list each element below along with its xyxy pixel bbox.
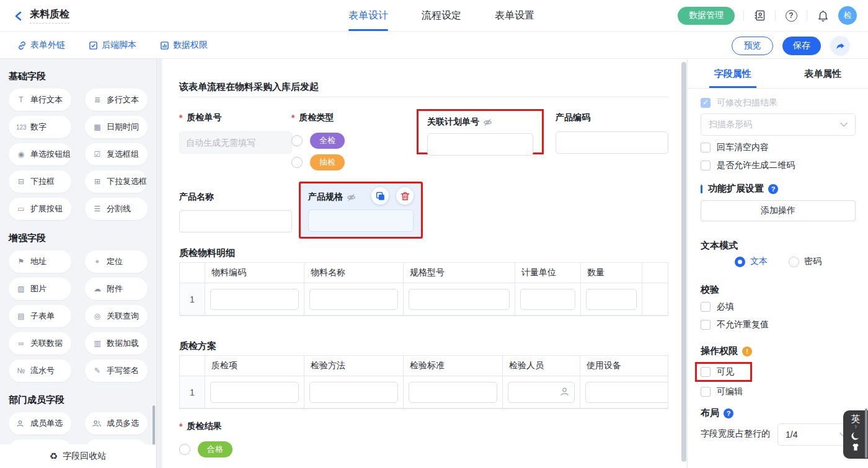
eye-off-icon[interactable] xyxy=(483,118,492,126)
allow-qr-checkbox[interactable] xyxy=(701,161,711,170)
field-item-dropdown[interactable]: ⊟下拉框 xyxy=(9,170,71,193)
field-item-member-single[interactable]: 成员单选 xyxy=(9,412,71,435)
table-cell xyxy=(304,376,404,408)
shirt-icon[interactable] xyxy=(851,443,861,451)
inspect-standard-input[interactable] xyxy=(409,382,497,403)
equipment-input[interactable] xyxy=(585,382,668,403)
help-icon[interactable]: ? xyxy=(784,9,798,22)
product-name-input[interactable] xyxy=(179,210,292,232)
field-qc-result[interactable]: *质检结果 合格 xyxy=(179,421,365,463)
field-item-subform[interactable]: ▤子表单 xyxy=(9,305,71,327)
copy-field-button[interactable] xyxy=(371,187,389,205)
visible-checkbox[interactable] xyxy=(701,367,711,377)
field-item-address[interactable]: ⚑地址 xyxy=(9,250,71,273)
field-item-single-line-text[interactable]: T单行文本 xyxy=(9,89,71,111)
option-badge-qualified[interactable]: 合格 xyxy=(198,441,232,457)
enter-clear-checkbox[interactable] xyxy=(701,143,711,152)
link-icon xyxy=(17,41,27,50)
canvas-scrollbar[interactable] xyxy=(681,62,686,462)
moon-icon[interactable] xyxy=(851,431,861,441)
tab-flow-setting[interactable]: 流程设定 xyxy=(422,0,461,31)
material-code-input[interactable] xyxy=(210,289,299,310)
save-button[interactable]: 保存 xyxy=(782,37,821,55)
plan-number-input[interactable] xyxy=(427,133,533,156)
chevron-left-icon[interactable] xyxy=(14,11,24,22)
product-code-input[interactable] xyxy=(556,131,668,154)
required-checkbox[interactable] xyxy=(701,302,711,312)
radio-full-inspection[interactable] xyxy=(291,135,303,146)
material-name-input[interactable] xyxy=(309,289,398,310)
form-external-link[interactable]: 表单外链 xyxy=(17,40,65,51)
field-item-multi-dropdown[interactable]: ⊞下拉复选框 xyxy=(85,170,148,193)
field-item-attachment[interactable]: ☁附件 xyxy=(85,278,148,300)
inspect-method-input[interactable] xyxy=(309,382,398,403)
help-icon[interactable]: ? xyxy=(724,408,733,418)
language-label[interactable]: 英 xyxy=(851,413,861,424)
data-manage-button[interactable]: 数据管理 xyxy=(678,7,735,25)
field-qc-number[interactable]: *质检单号 xyxy=(179,112,292,154)
radio-qualified[interactable] xyxy=(179,444,190,455)
tab-form-setting[interactable]: 表单设置 xyxy=(495,0,534,31)
page-scrollbar[interactable] xyxy=(865,408,867,458)
quantity-input[interactable] xyxy=(586,289,637,310)
product-spec-input[interactable] xyxy=(308,210,414,232)
field-item-member-multi[interactable]: 成员多选 xyxy=(85,412,148,435)
radio-sampling-inspection[interactable] xyxy=(291,157,303,168)
text-mode-radio-text[interactable] xyxy=(735,257,745,267)
field-item-serial-number[interactable]: №流水号 xyxy=(9,360,71,382)
field-item-number[interactable]: 123数字 xyxy=(9,116,71,138)
backend-script-link[interactable]: 后端脚本 xyxy=(89,40,136,51)
contacts-icon[interactable] xyxy=(753,9,766,22)
field-product-code[interactable]: 产品编码 xyxy=(556,112,668,154)
field-item-location[interactable]: ⌖定位 xyxy=(85,250,148,273)
col-header xyxy=(180,263,205,283)
field-item-radio-group[interactable]: ◉单选按钮组 xyxy=(9,143,71,166)
tab-form-properties[interactable]: 表单属性 xyxy=(778,59,868,88)
field-item-linked-query[interactable]: ◎关联查询 xyxy=(85,305,148,327)
unit-input[interactable] xyxy=(520,289,575,310)
field-item-extend-button[interactable]: ▭扩展按钮 xyxy=(9,198,71,220)
spec-model-input[interactable] xyxy=(409,289,510,310)
back-button[interactable]: 来料质检 xyxy=(14,8,69,24)
help-icon[interactable]: ? xyxy=(768,184,778,194)
translate-extension-widget[interactable]: 英 ˀ xyxy=(843,410,868,459)
field-item-datetime[interactable]: ▦日期时间 xyxy=(85,116,148,138)
tab-form-design[interactable]: 表单设计 xyxy=(348,0,388,31)
field-product-spec-selected[interactable]: 产品规格 xyxy=(299,182,423,239)
tab-field-properties[interactable]: 字段属性 xyxy=(688,59,778,88)
divider xyxy=(807,11,807,20)
field-item-checkbox-group[interactable]: ☑复选框组 xyxy=(85,143,148,166)
field-item-image[interactable]: ▨图片 xyxy=(9,278,71,300)
avatar[interactable]: 检 xyxy=(838,6,857,25)
field-product-name[interactable]: 产品名称 xyxy=(179,192,292,232)
field-item-multi-line-text[interactable]: ≣多行文本 xyxy=(85,89,148,111)
field-plan-number-highlighted[interactable]: 关联计划单号 xyxy=(417,109,544,154)
add-action-button[interactable]: 添加操作 xyxy=(701,200,856,221)
layout-title: 布局 ? xyxy=(701,407,733,419)
option-badge-full[interactable]: 全检 xyxy=(310,133,345,149)
field-item-linked-data[interactable]: ∞关联数据 xyxy=(9,332,71,355)
option-badge-sampling[interactable]: 抽检 xyxy=(310,154,345,170)
col-header: 规格型号 xyxy=(404,263,515,283)
bell-icon[interactable] xyxy=(816,9,830,22)
field-recycle-bin[interactable]: ♻ 字段回收站 xyxy=(0,444,156,468)
editable-checkbox[interactable] xyxy=(701,387,711,397)
preview-button[interactable]: 预览 xyxy=(732,37,773,55)
row-index: 1 xyxy=(180,376,205,408)
modify-scan-result-checkbox[interactable] xyxy=(701,98,711,108)
qc-item-input[interactable] xyxy=(210,382,299,403)
subform-icon: ▤ xyxy=(16,312,26,320)
scan-mode-select[interactable]: 扫描条形码 xyxy=(701,113,856,136)
field-qc-type[interactable]: *质检类型 全检 抽检 xyxy=(291,112,404,176)
field-item-data-load[interactable]: ▥数据加载 xyxy=(85,332,148,355)
field-item-signature[interactable]: ✎手写签名 xyxy=(85,360,148,382)
text-mode-radio-password[interactable] xyxy=(789,257,799,267)
qc-number-input[interactable] xyxy=(179,131,292,154)
data-permission-link[interactable]: 数据权限 xyxy=(160,40,208,51)
field-item-divider[interactable]: ☰分割线 xyxy=(85,198,148,220)
delete-field-button[interactable] xyxy=(396,187,414,205)
share-button[interactable] xyxy=(830,36,850,56)
eye-off-icon[interactable] xyxy=(347,193,356,201)
no-duplicate-checkbox[interactable] xyxy=(701,320,711,330)
tone-mark: ˀ xyxy=(854,425,856,430)
